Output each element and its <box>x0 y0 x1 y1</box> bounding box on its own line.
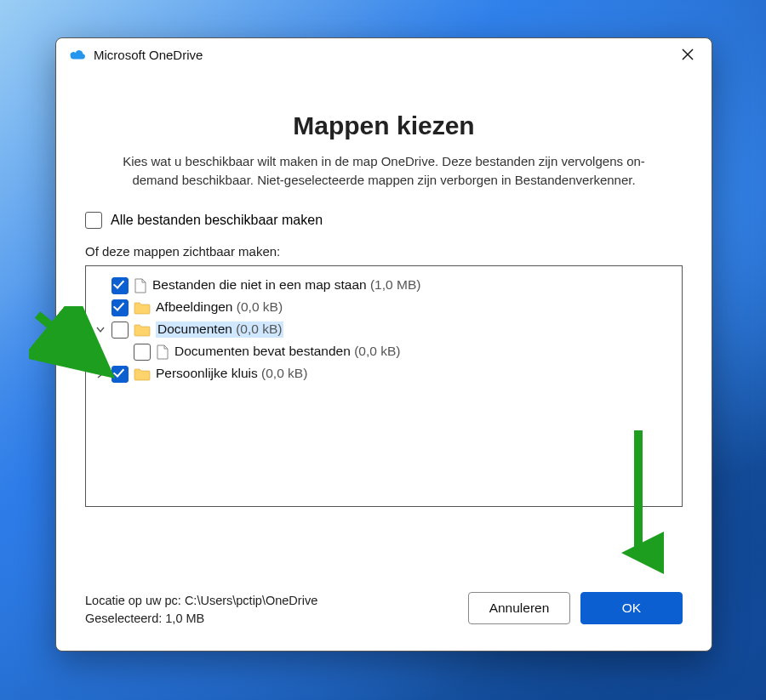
titlebar: Microsoft OneDrive <box>56 38 712 71</box>
tree-item-text: Afbeeldingen (0,0 kB) <box>156 299 283 316</box>
cancel-button[interactable]: Annuleren <box>468 592 570 624</box>
tree-item-label: Documenten <box>157 322 232 336</box>
folder-checkbox[interactable] <box>111 322 129 339</box>
expander-placeholder <box>117 346 129 358</box>
expander-placeholder <box>94 302 106 314</box>
onedrive-choose-folders-dialog: Microsoft OneDrive Mappen kiezen Kies wa… <box>55 37 712 652</box>
folder-icon <box>134 367 151 381</box>
tree-item-text: Persoonlijke kluis (0,0 kB) <box>156 366 307 382</box>
all-files-checkbox[interactable] <box>85 212 102 229</box>
tree-item-text: Documenten (0,0 kB) <box>156 322 283 338</box>
expander-placeholder <box>94 280 106 292</box>
selected-label: Geselecteerd: 1,0 MB <box>85 610 454 629</box>
folder-checkbox[interactable] <box>111 277 129 294</box>
file-icon <box>134 278 147 293</box>
close-button[interactable] <box>671 42 705 67</box>
folder-checkbox[interactable] <box>134 344 151 361</box>
footer-buttons: Annuleren OK <box>468 592 683 624</box>
window-title: Microsoft OneDrive <box>94 48 203 62</box>
folder-icon <box>134 301 151 315</box>
dialog-heading: Mappen kiezen <box>85 111 683 140</box>
dialog-content: Mappen kiezen Kies wat u beschikbaar wil… <box>56 71 712 570</box>
tree-item-label: Persoonlijke kluis <box>156 366 258 380</box>
folder-icon <box>134 323 151 337</box>
tree-item-label: Bestanden die niet in een map staan <box>152 277 367 292</box>
expander-icon[interactable] <box>94 368 106 380</box>
folder-checkbox[interactable] <box>111 299 129 316</box>
tree-row[interactable]: Persoonlijke kluis (0,0 kB) <box>91 363 677 385</box>
tree-item-text: Documenten bevat bestanden (0,0 kB) <box>174 344 400 360</box>
all-files-label: Alle bestanden beschikbaar maken <box>111 213 323 228</box>
tree-row[interactable]: Bestanden die niet in een map staan (1,0… <box>91 275 677 297</box>
footer-info: Locatie op uw pc: C:\Users\pctip\OneDriv… <box>85 592 454 629</box>
location-label: Locatie op uw pc: C:\Users\pctip\OneDriv… <box>85 592 454 611</box>
tree-item-label: Afbeeldingen <box>156 299 233 314</box>
folder-checkbox[interactable] <box>111 366 129 383</box>
all-files-row[interactable]: Alle bestanden beschikbaar maken <box>85 212 683 229</box>
file-icon <box>156 344 169 360</box>
tree-row[interactable]: Documenten (0,0 kB) <box>91 319 677 341</box>
tree-item-size: (1,0 MB) <box>370 277 420 292</box>
tree-item-text: Bestanden die niet in een map staan (1,0… <box>152 277 420 293</box>
tree-item-size: (0,0 kB) <box>236 322 282 336</box>
tree-row[interactable]: Documenten bevat bestanden (0,0 kB) <box>91 341 677 363</box>
expander-icon[interactable] <box>94 324 106 336</box>
tree-item-label: Documenten bevat bestanden <box>174 344 351 358</box>
onedrive-cloud-icon <box>68 48 87 61</box>
tree-row[interactable]: Afbeeldingen (0,0 kB) <box>91 297 677 319</box>
tree-item-size: (0,0 kB) <box>261 366 307 380</box>
tree-item-size: (0,0 kB) <box>237 299 283 314</box>
section-label: Of deze mappen zichtbaar maken: <box>85 244 683 259</box>
dialog-footer: Locatie op uw pc: C:\Users\pctip\OneDriv… <box>56 570 712 652</box>
desktop-background: Microsoft OneDrive Mappen kiezen Kies wa… <box>0 0 766 700</box>
tree-item-size: (0,0 kB) <box>354 344 400 358</box>
ok-button[interactable]: OK <box>580 592 683 624</box>
dialog-subheading: Kies wat u beschikbaar wilt maken in de … <box>111 152 656 190</box>
folder-tree[interactable]: Bestanden die niet in een map staan (1,0… <box>85 265 683 507</box>
